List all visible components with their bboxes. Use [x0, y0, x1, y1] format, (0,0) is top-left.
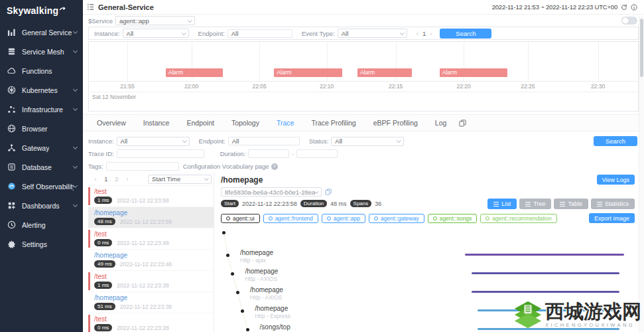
span-duration-bar[interactable] — [472, 291, 619, 293]
view-list-button[interactable]: List — [487, 199, 517, 209]
view-list-icon — [493, 202, 499, 207]
tf-instance-select[interactable]: All — [117, 137, 190, 146]
span-row[interactable]: /homepageHttp - AXIOS — [221, 266, 635, 284]
span-duration-bar[interactable] — [465, 254, 624, 256]
tf-endpoint-input[interactable]: All — [228, 137, 300, 145]
view-table-button[interactable]: Table — [554, 199, 588, 209]
trace-list-item[interactable]: /test0 ms2022-11-12 22:23:48 — [88, 228, 214, 250]
alarm-bar[interactable]: Alarm — [357, 68, 412, 77]
view-statistics-button[interactable]: Statistics — [591, 199, 635, 209]
trace-list-item[interactable]: /test0 ms2022-11-12 22:23:28 — [88, 313, 214, 332]
collapse-menu-icon[interactable] — [87, 3, 94, 11]
sidebar-item-infrastructure[interactable]: Infrastructure — [0, 100, 83, 119]
service-chip-agent-recommendation[interactable]: agent::recommendation — [480, 214, 556, 223]
trace-start-time: 2022-11-12 22:23:28 — [117, 325, 168, 331]
trace-list-item[interactable]: /homepage48 ms2022-11-12 22:23:58 — [88, 207, 214, 228]
prev-page-button[interactable]: ‹ — [417, 30, 419, 37]
trace-id-input[interactable] — [117, 149, 204, 158]
endpoint-input[interactable]: All — [227, 29, 292, 38]
list-page-2[interactable]: 2 — [113, 175, 120, 183]
duration-min-input[interactable] — [248, 149, 289, 158]
span-name: /homepage — [255, 305, 288, 312]
sidebar-item-self-observability[interactable]: Self Observability — [0, 177, 83, 196]
trace-id-select[interactable]: 8fe5830a-be6a-43c0-b0e1-28ea320ea887 — [221, 187, 322, 197]
trace-list-item[interactable]: /test1 ms2022-11-12 22:23:58 — [88, 186, 214, 207]
sidebar-item-dashboards[interactable]: Dashboards — [0, 196, 83, 215]
refresh-icon[interactable] — [621, 4, 627, 11]
copy-trace-id-icon[interactable] — [325, 189, 332, 195]
vocabulary-hint[interactable]: Configuration Vocabulary page — [183, 163, 269, 170]
list-prev-button[interactable]: ‹ — [92, 175, 99, 183]
service-tag-chips: agent::uiagent::frontendagent::appagent:… — [221, 214, 557, 223]
span-name: /homepage — [245, 268, 278, 275]
trace-list-item[interactable]: /test1 ms2022-11-12 22:23:38 — [88, 271, 214, 292]
instance-select[interactable]: All — [123, 29, 189, 38]
sidebar-item-settings[interactable]: Settings — [0, 234, 83, 254]
alarm-bar[interactable]: Alarm — [274, 68, 342, 77]
sidebar-item-alerting[interactable]: Alerting — [0, 215, 83, 234]
span-dot — [246, 328, 249, 331]
trace-endpoint-name: /test — [94, 188, 211, 195]
trace-list-item[interactable]: /homepage49 ms2022-11-12 22:23:48 — [88, 250, 214, 271]
service-chip-agent-app[interactable]: agent::app — [322, 214, 365, 223]
list-next-button[interactable]: › — [124, 175, 131, 183]
service-select[interactable]: agent::app — [115, 16, 195, 25]
logo-text: Skywalking — [7, 5, 58, 16]
layers-icon — [7, 47, 16, 56]
help-icon[interactable]: ? — [271, 163, 278, 170]
service-chip-agent-ui[interactable]: agent::ui — [221, 214, 260, 223]
tab-overview[interactable]: Overview — [88, 119, 135, 127]
list-page-1[interactable]: 1 — [103, 175, 109, 183]
service-chip-agent-songs[interactable]: agent::songs — [428, 214, 478, 223]
tf-status-label: Status: — [309, 137, 329, 145]
export-image-button[interactable]: Export image — [589, 213, 635, 223]
tf-status-select[interactable]: All — [331, 137, 404, 146]
scrollbar-thumb[interactable] — [640, 19, 643, 77]
trace-item-meta: 0 ms2022-11-12 22:23:48 — [94, 239, 211, 246]
start-value: 2022-11-12 22:23:58 — [242, 201, 297, 207]
event-search-button[interactable]: Search — [440, 29, 491, 39]
alarm-bar[interactable]: Alarm — [166, 68, 223, 77]
tags-input[interactable] — [106, 162, 179, 171]
sidebar-item-general-service[interactable]: General Service — [0, 23, 83, 42]
tab-trace[interactable]: Trace — [268, 119, 302, 127]
trace-id-label: Trace ID: — [88, 150, 114, 157]
sidebar-item-service-mesh[interactable]: Service Mesh — [0, 42, 83, 61]
tab-trace-profiling[interactable]: Trace Profiling — [302, 119, 364, 127]
trace-list-item[interactable]: /homepage51 ms2022-11-12 22:23:38 — [88, 292, 214, 313]
sidebar-item-functions[interactable]: Functions — [0, 61, 83, 80]
trace-search-button[interactable]: Search — [594, 136, 637, 146]
tab-ebpf-profiling[interactable]: eBPF Profiling — [365, 119, 426, 127]
copy-dashboard-icon[interactable] — [459, 120, 466, 127]
toggle-knob — [622, 17, 629, 24]
duration-max-input[interactable] — [296, 149, 338, 158]
sidebar-item-browser[interactable]: Browser — [0, 119, 83, 138]
chevron-down-icon — [73, 183, 78, 187]
view-tree-button[interactable]: Tree — [519, 199, 551, 209]
sidebar-item-gateway[interactable]: Gateway — [0, 138, 83, 157]
root-span-dot[interactable] — [222, 231, 225, 234]
alarm-bar[interactable]: Alarm — [440, 68, 507, 77]
span-layer: Http - AXIOS — [245, 276, 277, 282]
sidebar-item-database[interactable]: Database — [0, 157, 83, 177]
service-chip-agent-frontend[interactable]: agent::frontend — [263, 214, 318, 223]
tab-topology[interactable]: Topology — [223, 119, 268, 127]
service-select-value: agent::app — [119, 17, 149, 25]
info-icon[interactable] — [631, 4, 637, 11]
tab-instance[interactable]: Instance — [135, 119, 178, 127]
span-row[interactable]: /homepageHttp - ajax — [221, 247, 635, 266]
time-range[interactable]: 2022-11-12 21:53 ~ 2022-11-12 22:23 UTC+… — [492, 3, 617, 11]
view-logs-button[interactable]: View Logs — [597, 175, 635, 185]
tab-endpoint[interactable]: Endpoint — [178, 119, 222, 127]
chevron-down-icon — [73, 202, 78, 207]
tab-log[interactable]: Log — [426, 119, 456, 127]
logo-swoosh-icon — [59, 4, 66, 15]
auto-refresh-toggle[interactable] — [621, 17, 637, 25]
sort-select[interactable]: Start Time — [148, 175, 212, 184]
next-page-button[interactable]: › — [430, 30, 432, 37]
spans-value: 36 — [375, 201, 381, 207]
sidebar-item-kubernetes[interactable]: Kubernetes — [0, 80, 83, 100]
span-duration-bar[interactable] — [472, 272, 619, 274]
event-type-select[interactable]: All — [338, 29, 407, 38]
service-chip-agent-gateway[interactable]: agent::gateway — [369, 214, 424, 223]
